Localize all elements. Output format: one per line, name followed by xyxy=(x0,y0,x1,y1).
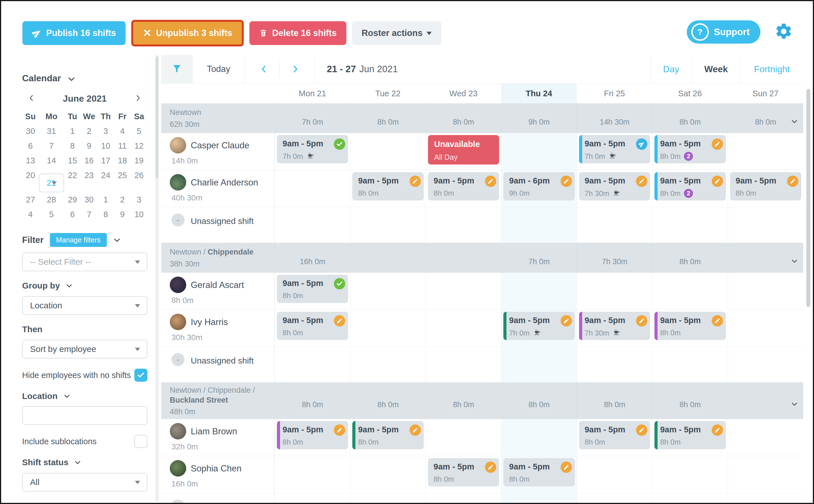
include-sublocations-checkbox[interactable] xyxy=(134,435,147,448)
shift-card[interactable]: 9am - 5pm7h 0m xyxy=(277,135,348,163)
shift-card[interactable]: 9am - 5pm8h 0m xyxy=(352,421,423,449)
mini-calendar-day[interactable]: 20 xyxy=(22,168,39,183)
mini-calendar-day[interactable]: 6 xyxy=(22,138,39,153)
sidebar-scrollbar[interactable] xyxy=(155,55,159,502)
shift-cell[interactable] xyxy=(350,347,425,382)
mini-calendar-day[interactable]: 3 xyxy=(97,124,114,138)
settings-gear-icon[interactable] xyxy=(774,22,793,42)
mini-calendar-day[interactable]: 15 xyxy=(64,153,81,168)
shift-card[interactable]: 9am - 6pm9h 0m xyxy=(503,172,574,200)
shift-cell[interactable] xyxy=(501,207,576,243)
prev-month-button[interactable] xyxy=(28,94,35,103)
calendar-scrollbar[interactable] xyxy=(806,89,810,307)
shift-card[interactable]: 9am - 5pm8h 0m xyxy=(655,312,726,340)
mini-calendar-day[interactable]: 9 xyxy=(114,207,131,222)
shift-cell[interactable] xyxy=(501,347,576,382)
shift-card[interactable]: 9am - 5pm8h 0m xyxy=(277,312,348,340)
shift-cell[interactable] xyxy=(426,493,501,503)
shift-cell[interactable] xyxy=(577,273,652,309)
tab-week-view[interactable]: Week xyxy=(692,55,740,83)
employee-name[interactable]: Charlie Anderson xyxy=(191,178,258,188)
publish-shifts-button[interactable]: Publish 16 shifts xyxy=(22,21,125,45)
mini-calendar-day[interactable]: 30 xyxy=(81,192,97,207)
shift-cell[interactable] xyxy=(275,207,350,243)
shift-cell[interactable]: 9am - 5pm8h 0m xyxy=(350,170,425,207)
calendar-section-header[interactable]: Calendar xyxy=(22,73,147,84)
mini-calendar-day[interactable]: 5 xyxy=(131,124,147,138)
shift-cell[interactable] xyxy=(728,310,803,347)
mini-calendar-day[interactable]: 7 xyxy=(81,207,97,222)
shift-card[interactable]: 9am - 5pm8h 0m xyxy=(655,421,726,449)
mini-calendar-day[interactable]: 1 xyxy=(64,124,81,138)
mini-calendar-day[interactable]: 11 xyxy=(114,138,131,153)
shift-cell[interactable] xyxy=(501,419,576,456)
shift-cell[interactable]: 9am - 5pm8h 0m xyxy=(275,419,350,456)
shift-cell[interactable]: 9am - 5pm7h 0m xyxy=(501,310,576,347)
then-select[interactable]: Sort by employee xyxy=(22,340,147,358)
mini-calendar-day[interactable]: 18 xyxy=(114,153,131,168)
support-button[interactable]: ? Support xyxy=(687,20,760,44)
shift-status-header[interactable]: Shift status xyxy=(22,458,147,467)
shift-card[interactable]: 9am - 5pm8h 0m xyxy=(428,172,499,200)
shift-cell[interactable]: 9am - 5pm8h 0m2 xyxy=(652,133,728,170)
today-button[interactable]: Today xyxy=(192,55,245,83)
delete-shifts-button[interactable]: Delete 16 shifts xyxy=(250,21,346,45)
shift-cell[interactable] xyxy=(728,207,803,243)
employee-name[interactable]: Liam Brown xyxy=(191,426,237,437)
mini-calendar-day[interactable]: 6 xyxy=(64,207,81,222)
shift-cell[interactable] xyxy=(350,493,425,503)
mini-calendar-day[interactable]: 16 xyxy=(81,153,97,168)
roster-actions-button[interactable]: Roster actions xyxy=(352,21,441,45)
shift-cell[interactable] xyxy=(501,273,576,309)
shift-cell[interactable] xyxy=(577,493,652,503)
shift-cell[interactable]: 9am - 5pm8h 0m xyxy=(652,310,728,347)
mini-calendar-day[interactable]: 3 xyxy=(131,192,147,207)
mini-calendar-day[interactable]: 23 xyxy=(81,168,97,183)
shift-cell[interactable] xyxy=(275,347,350,382)
group-collapse-chevron-icon[interactable] xyxy=(790,118,799,127)
mini-calendar-day[interactable]: 28 xyxy=(39,192,64,207)
shift-cell[interactable] xyxy=(728,419,803,456)
shift-cell[interactable] xyxy=(577,456,652,493)
shift-card[interactable]: 9am - 5pm8h 0m xyxy=(352,172,423,200)
shift-cell[interactable]: 9am - 5pm8h 0m xyxy=(275,273,350,309)
unpublish-shifts-button[interactable]: ✕ Unpublish 3 shifts xyxy=(131,20,244,46)
shift-cell[interactable] xyxy=(728,493,803,503)
shift-cell[interactable] xyxy=(275,170,350,207)
manage-filters-button[interactable]: Manage filters xyxy=(50,233,107,247)
mini-calendar-day[interactable]: 1 xyxy=(97,192,114,207)
mini-calendar-day[interactable]: 30 xyxy=(22,124,39,138)
shift-card[interactable]: 9am - 5pm8h 0m xyxy=(730,172,801,200)
mini-calendar-day[interactable]: 8 xyxy=(64,138,81,153)
group-collapse-chevron-icon[interactable] xyxy=(790,257,799,267)
group-by-select[interactable]: Location xyxy=(22,296,147,315)
shift-card[interactable]: 9am - 5pm8h 0m xyxy=(579,421,650,449)
mini-calendar-day[interactable]: 19 xyxy=(131,153,147,168)
shift-cell[interactable] xyxy=(350,207,425,243)
shift-cell[interactable] xyxy=(275,493,350,503)
next-month-button[interactable] xyxy=(134,94,142,103)
shift-card[interactable]: 9am - 5pm8h 0m xyxy=(428,458,499,486)
employee-name[interactable]: Casper Claude xyxy=(191,140,250,151)
shift-cell[interactable] xyxy=(501,493,576,503)
shift-cell[interactable] xyxy=(426,310,501,347)
filter-funnel-button[interactable] xyxy=(161,55,192,83)
shift-card[interactable]: 9am - 5pm8h 0m2 xyxy=(655,172,726,200)
shift-cell[interactable] xyxy=(426,207,501,243)
mini-calendar-day[interactable]: 27 xyxy=(22,192,39,207)
mini-calendar-day[interactable]: 10 xyxy=(131,207,147,222)
employee-name[interactable]: Sophia Chen xyxy=(191,464,242,474)
filter-select[interactable]: -- Select Filter -- xyxy=(22,253,147,271)
tab-fortnight-view[interactable]: Fortnight xyxy=(740,55,803,83)
mini-calendar-day[interactable]: 2 xyxy=(81,124,97,138)
location-header[interactable]: Location xyxy=(22,391,147,401)
shift-cell[interactable]: 9am - 5pm8h 0m xyxy=(426,456,501,493)
employee-header[interactable]: Employee xyxy=(22,501,147,502)
shift-cell[interactable] xyxy=(652,456,728,493)
shift-cell[interactable] xyxy=(728,347,803,382)
shift-cell[interactable]: 9am - 5pm7h 0m xyxy=(275,133,350,170)
mini-calendar-day[interactable]: 14 xyxy=(39,153,64,168)
shift-cell[interactable]: 9am - 5pm8h 0m xyxy=(275,310,350,347)
shift-status-select[interactable]: All xyxy=(22,473,147,492)
shift-cell[interactable] xyxy=(426,419,501,456)
